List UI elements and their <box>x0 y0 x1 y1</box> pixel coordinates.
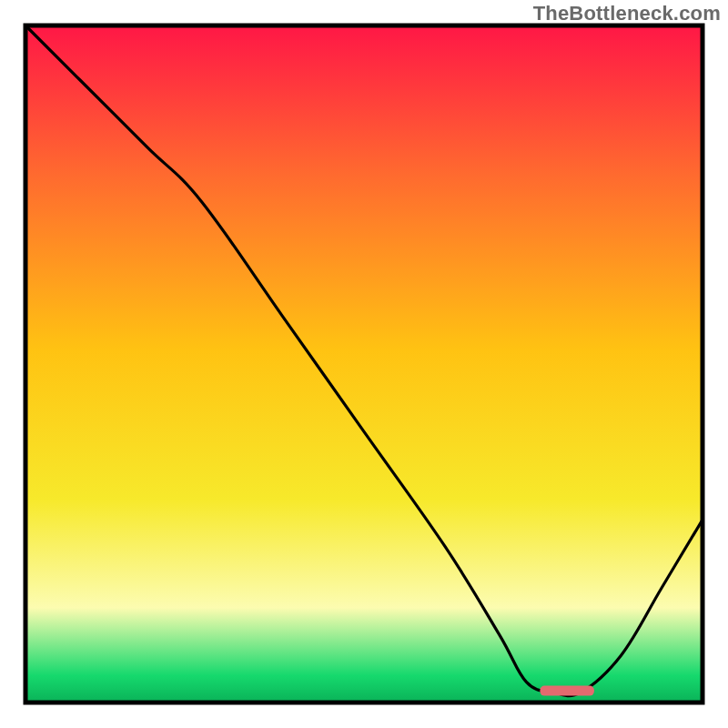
bottleneck-chart <box>0 0 728 728</box>
minimum-marker <box>540 686 594 696</box>
chart-stage: TheBottleneck.com <box>0 0 728 728</box>
